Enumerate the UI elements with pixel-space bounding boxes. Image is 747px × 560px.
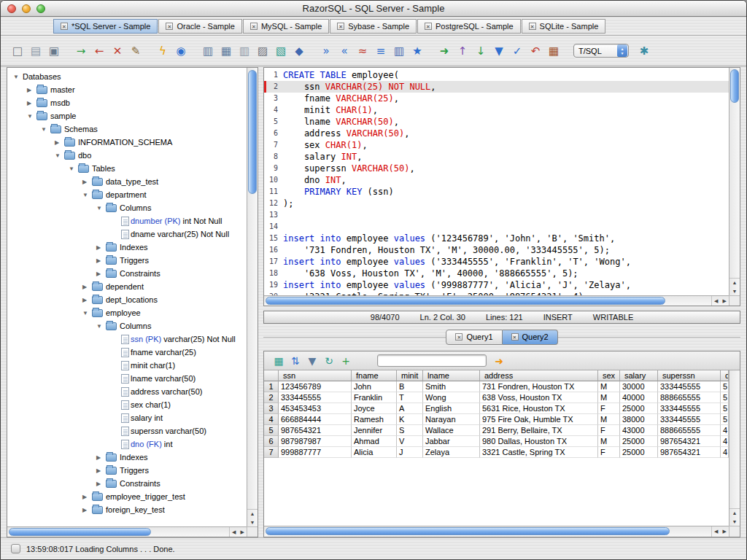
table-cell[interactable]: Narayan [423, 414, 480, 425]
disclosure-triangle-icon[interactable] [82, 179, 92, 185]
disclosure-triangle-icon[interactable] [96, 481, 106, 487]
table-cell[interactable]: T [397, 392, 423, 403]
disclosure-triangle-icon[interactable] [96, 244, 106, 251]
fetch-more-icon[interactable]: ▼ [491, 43, 507, 59]
disclosure-triangle-icon[interactable] [69, 166, 78, 172]
table-cell[interactable]: 291 Berry, Bellaire, TX [480, 425, 598, 436]
editor-line[interactable]: 13 [264, 209, 729, 221]
disclosure-triangle-icon[interactable] [82, 297, 92, 303]
insert-row-icon[interactable]: + [338, 354, 353, 368]
disclosure-triangle-icon[interactable] [96, 271, 106, 277]
tree-item[interactable]: Columns [7, 201, 247, 214]
undo-icon[interactable]: ↶ [527, 43, 543, 59]
table-cell[interactable]: 975 Fire Oak, Humble TX [480, 414, 598, 425]
table-cell[interactable]: B [397, 381, 423, 392]
tree-item[interactable]: sample [7, 109, 247, 122]
table-cell[interactable]: M [598, 414, 620, 425]
disclosure-triangle-icon[interactable] [96, 323, 106, 330]
save-file-icon[interactable]: ▣ [46, 43, 62, 59]
scrollbar-arrow-buttons[interactable] [229, 527, 247, 537]
table-cell[interactable]: 666884444 [279, 414, 352, 425]
query-tab[interactable]: Query2 [503, 330, 558, 345]
table-cell[interactable]: 333445555 [658, 403, 721, 414]
disclosure-triangle-icon[interactable] [96, 467, 106, 474]
table-cell[interactable]: 987654321 [658, 436, 721, 447]
scrollbar-arrow-buttons[interactable] [247, 509, 258, 526]
table-cell[interactable]: 999887777 [279, 447, 352, 458]
format-sql-icon[interactable]: ≈ [355, 43, 371, 59]
tree-item[interactable]: dept_locations [7, 293, 247, 306]
scrollbar-thumb[interactable] [248, 70, 257, 194]
execute-sql-icon[interactable]: ϟ [155, 43, 171, 59]
tree-item[interactable]: employee_trigger_test [7, 490, 247, 503]
table-cell[interactable]: Joyce [352, 403, 397, 414]
edit-table-icon[interactable]: ▦ [218, 43, 234, 59]
table-cell[interactable]: F [598, 447, 620, 458]
tree-item[interactable]: department [7, 188, 247, 201]
table-cell[interactable]: Franklin [352, 392, 397, 403]
stepper-icon[interactable] [617, 44, 627, 57]
table-cell[interactable]: Jennifer [352, 425, 397, 436]
table-cell[interactable]: John [352, 381, 397, 392]
column-header[interactable]: sex [598, 370, 620, 381]
table-cell[interactable]: 5 [721, 414, 729, 425]
tree-item[interactable]: Triggers [7, 254, 247, 267]
table-cell[interactable]: 5631 Rice, Houston TX [480, 403, 598, 414]
editor-line[interactable]: 12 ); [264, 198, 729, 209]
row-number-cell[interactable]: 3 [264, 403, 279, 414]
table-cell[interactable]: F [598, 425, 620, 436]
table-cell[interactable]: 333445555 [658, 414, 721, 425]
connection-tab[interactable]: *SQL Server - Sample [53, 19, 158, 34]
column-header[interactable]: minit [397, 370, 423, 381]
table-cell[interactable]: Jabbar [423, 436, 480, 447]
export-icon[interactable]: ▥ [200, 43, 216, 59]
editor-line[interactable]: 6 address VARCHAR(50), [264, 128, 729, 139]
info-icon[interactable]: ◉ [173, 43, 189, 59]
table-cell[interactable]: 731 Fondren, Houston TX [480, 381, 598, 392]
database-tree[interactable]: Databases master msdb [7, 68, 247, 526]
tree-item[interactable]: Columns [7, 319, 247, 332]
editor-line[interactable]: 7 sex CHAR(1), [264, 139, 729, 151]
sort-results-icon[interactable]: ⇅ [288, 354, 303, 368]
disclosure-triangle-icon[interactable] [82, 507, 92, 513]
tree-item[interactable]: Triggers [7, 464, 247, 477]
table-cell[interactable]: 123456789 [279, 381, 352, 392]
tab-close-icon[interactable] [61, 23, 68, 30]
table-cell[interactable]: 888665555 [658, 392, 721, 403]
table-cell[interactable]: 888665555 [658, 425, 721, 436]
tree-item[interactable]: Indexes [7, 241, 247, 254]
editor-vertical-scrollbar[interactable] [729, 68, 740, 295]
table-cell[interactable]: 987987987 [279, 436, 352, 447]
column-header[interactable]: ssn [279, 370, 352, 381]
table-cell[interactable]: J [397, 447, 423, 458]
tree-item[interactable]: address varchar(50) [7, 385, 247, 398]
previous-query-icon[interactable]: ↑ [454, 43, 471, 59]
tree-item[interactable]: Databases [7, 70, 247, 83]
table-cell[interactable]: M [598, 381, 620, 392]
editor-line[interactable]: 4 minit CHAR(1), [264, 104, 729, 116]
tree-item[interactable]: ssn (PK) varchar(25) Not Null [7, 332, 247, 346]
column-header[interactable]: dno [721, 370, 729, 381]
disclosure-triangle-icon[interactable] [27, 87, 36, 93]
tab-close-icon[interactable] [511, 333, 519, 341]
scrollbar-thumb[interactable] [9, 528, 151, 536]
disclosure-triangle-icon[interactable] [27, 100, 36, 106]
tree-item[interactable]: salary int [7, 411, 247, 424]
run-script-icon[interactable]: ➜ [436, 43, 452, 59]
disclosure-triangle-icon[interactable] [82, 192, 92, 198]
editor-line[interactable]: 8 salary INT, [264, 151, 729, 163]
editor-line[interactable]: 19 insert into employee values ('9998877… [264, 279, 729, 291]
edit-connection-icon[interactable]: ✎ [128, 43, 144, 59]
tree-item[interactable]: data_type_test [7, 175, 247, 188]
editor-line[interactable]: 16 '731 Fondren, Houston TX', 'M', 30000… [264, 244, 729, 256]
tree-item[interactable]: dno (FK) int [7, 438, 247, 451]
scrollbar-arrow-buttons[interactable] [729, 508, 740, 526]
tree-item[interactable]: dependent [7, 280, 247, 293]
table-cell[interactable]: 3321 Castle, Spring TX [480, 447, 598, 458]
disclosure-triangle-icon[interactable] [27, 113, 36, 120]
bookmark-icon[interactable]: ★ [409, 43, 425, 59]
tab-close-icon[interactable] [250, 23, 258, 30]
open-file-icon[interactable]: ▤ [28, 43, 44, 59]
editor-line[interactable]: 5 lname VARCHAR(50), [264, 116, 729, 128]
disconnect-icon[interactable]: ← [91, 43, 107, 59]
